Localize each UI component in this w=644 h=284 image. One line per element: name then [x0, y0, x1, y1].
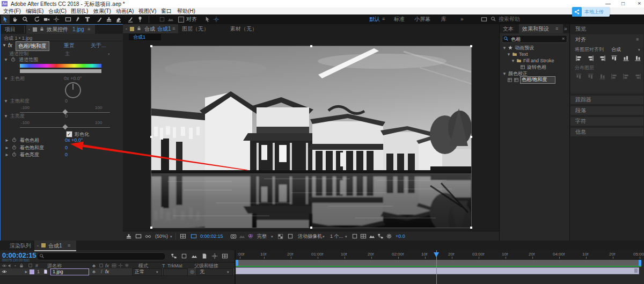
- panel-overflow-icon[interactable]: »: [564, 26, 567, 32]
- colorize-label[interactable]: 彩色化: [75, 132, 89, 137]
- colorize-hue-stopwatch-icon[interactable]: [11, 137, 17, 143]
- menu-effect[interactable]: 效果(T): [93, 9, 111, 14]
- workspace-small-screen[interactable]: 小屏幕: [414, 17, 430, 22]
- search-help-icon[interactable]: [491, 16, 496, 22]
- shy-layers-icon[interactable]: [191, 253, 197, 259]
- layer-fx-icon[interactable]: fx: [105, 270, 109, 274]
- range-bar[interactable]: [20, 69, 101, 73]
- align-to-dropdown-icon[interactable]: ▾: [638, 48, 640, 52]
- colorize-sat-stopwatch-icon[interactable]: [11, 144, 17, 150]
- align-center-h-icon[interactable]: [587, 55, 595, 62]
- channel-dropdown-icon[interactable]: ▾: [108, 52, 110, 56]
- workspace-default[interactable]: 默认: [369, 17, 380, 22]
- tree-text-folder[interactable]: Text: [519, 52, 528, 57]
- zoom-tool-icon[interactable]: [22, 16, 28, 23]
- composition-viewer[interactable]: [123, 40, 499, 231]
- master-hue-twirl-icon[interactable]: ▼: [4, 77, 8, 81]
- time-ruler[interactable]: :00f 10f 20f 01:00f 10f 20f 02:00f 10f 2…: [236, 250, 644, 260]
- resize-handle[interactable]: [150, 136, 152, 138]
- workspace-more-icon[interactable]: »: [460, 17, 464, 22]
- graph-editor-icon[interactable]: [222, 253, 228, 259]
- stereo-3d-glasses-icon[interactable]: [145, 233, 151, 239]
- light-slider-handle[interactable]: [63, 125, 68, 130]
- channel-range-twirl-icon[interactable]: ▼: [4, 58, 8, 62]
- reset-exposure-icon[interactable]: [386, 233, 392, 239]
- tree-fill-stroke-folder[interactable]: Fill and Stroke: [523, 59, 554, 63]
- col-trkmat[interactable]: TrkMat: [167, 264, 182, 268]
- resize-handle[interactable]: [150, 45, 152, 47]
- mini-flowchart-icon[interactable]: [171, 253, 177, 259]
- upload-overlay-label[interactable]: 本地上传: [584, 10, 604, 14]
- roto-brush-tool-icon[interactable]: [127, 16, 134, 23]
- upload-overlay[interactable]: 本地上传: [572, 7, 610, 17]
- col-source-name[interactable]: 源名称: [47, 264, 62, 268]
- transparency-grid-icon[interactable]: [277, 233, 284, 239]
- resize-handle[interactable]: [150, 227, 152, 229]
- work-area-end-handle[interactable]: [639, 260, 641, 266]
- parent-pickwhip-icon[interactable]: ◎: [190, 270, 194, 274]
- channel-control-value[interactable]: 主: [65, 52, 70, 56]
- parent-link-dropdown[interactable]: 无 ▾: [196, 268, 233, 276]
- tracker-panel-header[interactable]: 跟踪器: [570, 96, 643, 104]
- monitor-icon[interactable]: [135, 233, 142, 239]
- motion-blur-icon[interactable]: [211, 253, 218, 259]
- effect-reset-link[interactable]: 重置: [64, 43, 75, 48]
- magnification-dropdown-icon[interactable]: ▾: [170, 235, 172, 239]
- align-checkbox[interactable]: [178, 17, 184, 23]
- tool-extra2-icon[interactable]: [213, 16, 219, 23]
- colorize-checkbox[interactable]: ✓: [66, 131, 72, 137]
- workspace-standard[interactable]: 标准: [394, 17, 405, 22]
- comp-timecode[interactable]: 0:00:02:15: [200, 234, 223, 239]
- maximize-button[interactable]: □: [621, 1, 625, 6]
- info-panel-header[interactable]: 信息: [570, 128, 643, 136]
- panel-menu-icon[interactable]: ≡: [172, 26, 175, 31]
- tab-render-queue[interactable]: 渲染队列: [10, 243, 31, 249]
- colorize-light-twirl-icon[interactable]: ►: [5, 153, 9, 157]
- layer-expander-icon[interactable]: ►: [24, 270, 28, 274]
- tab-layer[interactable]: 图层（无）: [182, 26, 209, 32]
- exposure-value[interactable]: +0.0: [396, 234, 405, 239]
- show-snapshot-icon[interactable]: [239, 233, 245, 239]
- master-light-value[interactable]: 0: [65, 114, 68, 119]
- fast-previews-icon[interactable]: [369, 233, 375, 239]
- minimize-button[interactable]: —: [605, 1, 611, 6]
- search-help-label[interactable]: 搜索帮助: [499, 17, 520, 22]
- region-of-interest-icon[interactable]: [191, 233, 197, 239]
- col-parent-link[interactable]: 父级和链接: [194, 264, 218, 268]
- align-bottom-icon[interactable]: [634, 54, 641, 62]
- tree-twirl-icon[interactable]: ▼: [502, 46, 507, 50]
- rotate-tool-icon[interactable]: [34, 16, 40, 23]
- clear-search-icon[interactable]: ×: [562, 37, 565, 41]
- timeline-button-icon[interactable]: [377, 233, 384, 239]
- align-panel-title[interactable]: 对齐: [575, 37, 586, 42]
- resize-handle[interactable]: [310, 45, 312, 47]
- layer-quality-icon[interactable]: ♣: [92, 270, 96, 274]
- lock-icon[interactable]: [39, 26, 45, 32]
- menu-composition[interactable]: 合成(C): [48, 9, 67, 14]
- hand-tool-icon[interactable]: [12, 16, 18, 23]
- character-panel-header[interactable]: 字符: [570, 117, 643, 126]
- colorize-hue-value[interactable]: 0x +0.0°: [65, 138, 83, 143]
- colorize-light-value[interactable]: 0: [65, 152, 68, 157]
- resolution-value[interactable]: 完整: [257, 234, 267, 239]
- hue-dial[interactable]: [65, 82, 81, 98]
- draft-3d-icon[interactable]: [181, 253, 187, 259]
- align-left-icon[interactable]: [575, 55, 583, 62]
- layer-name-box[interactable]: 1.jpg: [50, 268, 89, 275]
- panel-menu-icon[interactable]: ≡: [68, 243, 70, 248]
- menu-animation[interactable]: 动画(A): [116, 9, 134, 14]
- layer-bar-end-handle[interactable]: [634, 268, 638, 273]
- tree-twirl-icon[interactable]: ▼: [502, 72, 507, 76]
- layer-row[interactable]: ► 1 1.jpg ♣ / fx 正常 ▾ ◎ 无 ▾: [0, 268, 235, 276]
- active-camera-value[interactable]: 活动摄像机: [298, 234, 322, 239]
- magnification-value[interactable]: (50%): [155, 234, 168, 239]
- selection-tool[interactable]: [1, 15, 10, 24]
- colorize-sat-twirl-icon[interactable]: ►: [5, 146, 9, 150]
- exposure-adjust-icon[interactable]: [287, 233, 294, 239]
- eraser-tool-icon[interactable]: [115, 16, 122, 23]
- workspace-menu-icon[interactable]: ≡: [382, 17, 385, 21]
- sync-settings-icon[interactable]: [481, 16, 487, 23]
- clone-stamp-tool-icon[interactable]: [106, 16, 112, 23]
- resize-handle[interactable]: [470, 227, 472, 229]
- tool-extra-icon[interactable]: [204, 16, 211, 23]
